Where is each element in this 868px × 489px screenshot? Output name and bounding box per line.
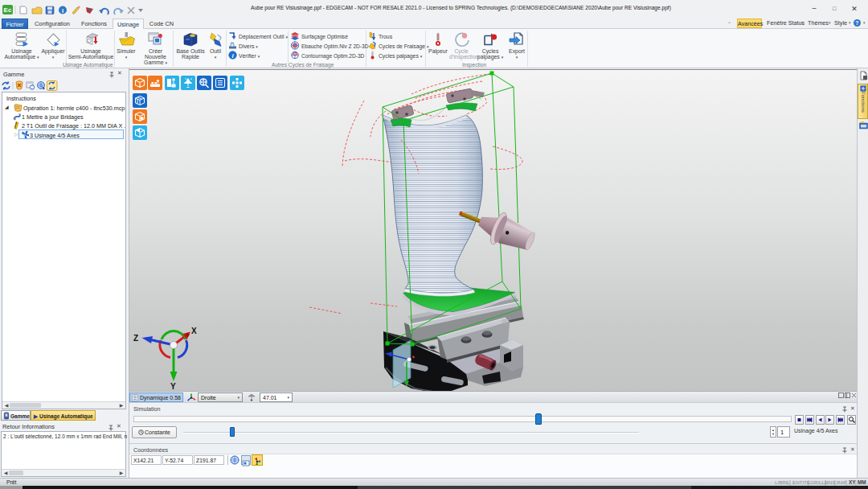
svg-text:Ec: Ec (4, 6, 12, 14)
svg-text:i: i (62, 7, 63, 14)
svg-text:X: X (191, 327, 197, 335)
svg-text:Y: Y (170, 382, 176, 391)
svg-text:Z: Z (133, 334, 138, 343)
